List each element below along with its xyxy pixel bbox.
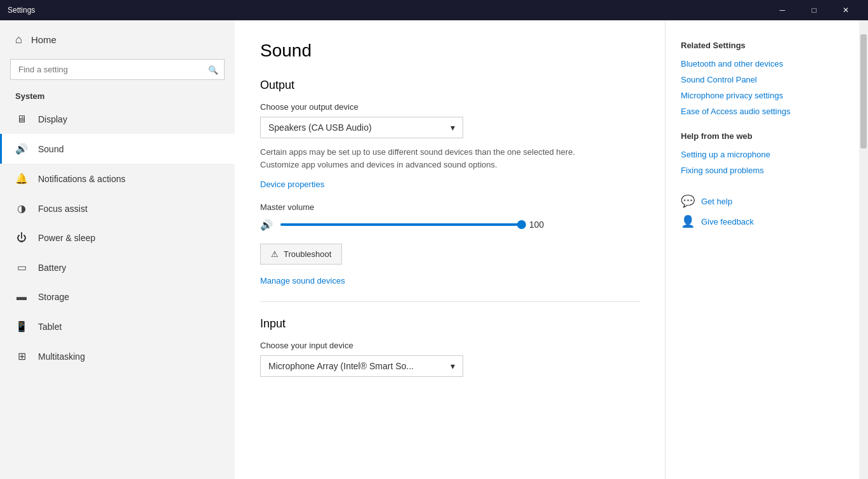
sidebar-item-notifications[interactable]: 🔔 Notifications & actions <box>0 164 235 194</box>
window-controls: ─ □ ✕ <box>768 0 860 20</box>
notifications-icon: 🔔 <box>15 173 28 185</box>
input-dropdown-chevron-icon: ▾ <box>450 361 455 371</box>
volume-label: Master volume <box>260 202 640 212</box>
give-feedback-link[interactable]: Give feedback <box>701 217 754 226</box>
input-section-title: Input <box>260 317 640 331</box>
right-panel: Related Settings Bluetooth and other dev… <box>665 20 868 479</box>
sidebar-item-battery[interactable]: ▭ Battery <box>0 253 235 282</box>
output-device-dropdown[interactable]: Speakers (CA USB Audio) ▾ <box>260 117 463 138</box>
sidebar-item-home[interactable]: ⌂ Home <box>0 20 235 59</box>
sidebar-item-display[interactable]: 🖥 Display <box>0 105 235 134</box>
scrollbar[interactable] <box>859 20 868 479</box>
give-feedback-row[interactable]: 👤 Give feedback <box>681 214 853 228</box>
ease-of-access-link[interactable]: Ease of Access audio settings <box>681 107 853 116</box>
related-settings-title: Related Settings <box>681 41 853 50</box>
volume-slider[interactable] <box>280 218 522 231</box>
feedback-icon: 👤 <box>681 214 695 228</box>
output-device-label: Choose your output device <box>260 102 640 112</box>
sidebar-item-storage[interactable]: ▬ Storage <box>0 282 235 312</box>
slider-track <box>280 223 522 226</box>
output-device-value: Speakers (CA USB Audio) <box>268 122 372 133</box>
slider-thumb <box>517 220 526 229</box>
get-help-row[interactable]: 💬 Get help <box>681 194 853 208</box>
search-icon: 🔍 <box>208 65 218 74</box>
page-title: Sound <box>260 41 640 61</box>
maximize-button[interactable]: □ <box>799 0 829 20</box>
volume-speaker-icon: 🔊 <box>260 219 273 231</box>
device-properties-link[interactable]: Device properties <box>260 180 324 189</box>
warning-icon: ⚠ <box>271 249 279 259</box>
storage-icon: ▬ <box>15 291 28 303</box>
microphone-privacy-link[interactable]: Microphone privacy settings <box>681 91 853 100</box>
section-divider <box>260 301 640 302</box>
svg-marker-0 <box>665 62 666 107</box>
output-section-title: Output <box>260 79 640 92</box>
home-label: Home <box>31 34 56 45</box>
sidebar-item-multitasking[interactable]: ⊞ Multitasking <box>0 341 235 371</box>
sidebar: ⌂ Home 🔍 System 🖥 Display 🔊 Sound 🔔 Noti… <box>0 20 235 479</box>
app-title: Settings <box>8 6 768 15</box>
help-from-web-title: Help from the web <box>681 131 853 141</box>
display-icon: 🖥 <box>15 114 28 125</box>
search-container: 🔍 <box>10 59 225 80</box>
dropdown-chevron-icon: ▾ <box>450 122 455 133</box>
setup-microphone-link[interactable]: Setting up a microphone <box>681 150 853 159</box>
manage-sound-devices-link[interactable]: Manage sound devices <box>260 276 345 285</box>
sidebar-item-focus-assist[interactable]: ◑ Focus assist <box>0 194 235 223</box>
search-input[interactable] <box>10 59 225 80</box>
get-help-icon: 💬 <box>681 194 695 208</box>
main-content: Sound Output Choose your output device S… <box>235 20 665 479</box>
input-device-dropdown[interactable]: Microphone Array (Intel® Smart So... ▾ <box>260 355 463 377</box>
home-icon: ⌂ <box>15 33 22 46</box>
minimize-button[interactable]: ─ <box>768 0 797 20</box>
sidebar-item-tablet[interactable]: 📱 Tablet <box>0 312 235 341</box>
troubleshoot-button[interactable]: ⚠ Troubleshoot <box>260 244 342 265</box>
input-device-label: Choose your input device <box>260 341 640 350</box>
sound-icon: 🔊 <box>15 143 28 155</box>
section-title-system: System <box>0 85 235 105</box>
app-container: ⌂ Home 🔍 System 🖥 Display 🔊 Sound 🔔 Noti… <box>0 20 868 479</box>
fixing-sound-link[interactable]: Fixing sound problems <box>681 166 853 175</box>
output-info-text: Certain apps may be set up to use differ… <box>260 146 590 171</box>
bluetooth-link[interactable]: Bluetooth and other devices <box>681 59 853 69</box>
power-icon: ⏻ <box>15 232 28 244</box>
get-help-link[interactable]: Get help <box>701 197 732 206</box>
volume-section: Master volume 🔊 100 <box>260 202 640 231</box>
volume-row: 🔊 100 <box>260 218 640 231</box>
slider-fill <box>280 223 522 226</box>
focus-assist-icon: ◑ <box>15 202 28 214</box>
sidebar-item-power[interactable]: ⏻ Power & sleep <box>0 223 235 253</box>
scrollbar-thumb <box>860 34 867 148</box>
multitasking-icon: ⊞ <box>15 350 28 362</box>
sidebar-item-sound[interactable]: 🔊 Sound <box>0 134 235 164</box>
input-device-value: Microphone Array (Intel® Smart So... <box>268 361 414 371</box>
volume-value: 100 <box>529 220 549 230</box>
battery-icon: ▭ <box>15 261 28 273</box>
arrow-annotation <box>665 62 666 109</box>
close-button[interactable]: ✕ <box>831 0 860 20</box>
troubleshoot-label: Troubleshoot <box>284 249 331 259</box>
sound-control-panel-link[interactable]: Sound Control Panel <box>681 75 853 84</box>
titlebar: Settings ─ □ ✕ <box>0 0 868 20</box>
tablet-icon: 📱 <box>15 320 28 332</box>
